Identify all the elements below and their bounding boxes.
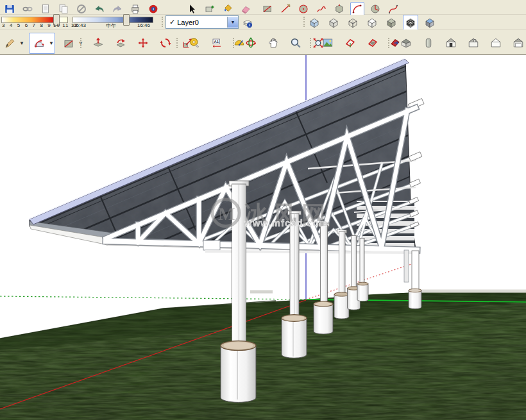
- select-icon: [186, 3, 198, 15]
- freehand-icon: [316, 3, 327, 15]
- followme-button[interactable]: [111, 33, 130, 53]
- horizon-object: [250, 290, 273, 294]
- toolbar-grip[interactable]: [388, 38, 391, 48]
- column: [339, 231, 346, 295]
- wireframe-icon: [347, 17, 359, 29]
- toolbar-grip[interactable]: [303, 17, 306, 27]
- bezier-icon: [387, 3, 399, 15]
- line-button[interactable]: [278, 2, 293, 16]
- rectangle-tool-button[interactable]: [59, 33, 78, 53]
- top-view-button[interactable]: [419, 33, 437, 53]
- footing: [314, 301, 333, 334]
- undo-button[interactable]: [92, 2, 106, 16]
- zoom-icon: [290, 37, 301, 49]
- footing: [334, 292, 349, 319]
- copy-document-icon: [58, 3, 69, 15]
- toolbar-row2: 3 4 5 6 7 8 9 10 11 12 06:43 中午 16:46 ✓ …: [0, 15, 526, 29]
- rotate-button[interactable]: [156, 33, 174, 53]
- footing: [409, 289, 421, 308]
- pie-button[interactable]: [368, 2, 382, 16]
- toolbar-grip[interactable]: [233, 38, 235, 48]
- line-tool-button[interactable]: [0, 33, 19, 53]
- xray-icon: [309, 17, 320, 29]
- layer-dropdown-button[interactable]: ▼: [227, 17, 238, 28]
- back-view-button[interactable]: [464, 33, 482, 53]
- new-document-button[interactable]: [38, 2, 53, 16]
- select-button[interactable]: [185, 2, 199, 16]
- pushpull-icon: [92, 37, 104, 49]
- toolbar-standard: i: [0, 0, 526, 15]
- model-viewport[interactable]: M 冰风网 www.mfcad.com: [0, 55, 526, 420]
- iso-view-button[interactable]: [396, 33, 415, 53]
- watermark-url: www.mfcad.com: [244, 217, 328, 228]
- horizon-object: [420, 290, 526, 293]
- right-view-icon: [513, 37, 524, 49]
- new-document-icon: [40, 3, 51, 15]
- arc-tool-button[interactable]: [30, 33, 48, 53]
- line-tool-dropdown-arrow[interactable]: ▼: [19, 40, 25, 46]
- make-component-button[interactable]: [203, 2, 217, 16]
- current-layer-label: Layer0: [177, 19, 227, 26]
- arc-tool-dropdown-arrow[interactable]: ▼: [48, 40, 55, 46]
- shadow-time-start: 06:43: [73, 22, 86, 28]
- pan-button[interactable]: [264, 33, 282, 53]
- orbit-button[interactable]: [241, 33, 260, 53]
- bezier-button[interactable]: [386, 2, 400, 16]
- redo-icon: [112, 3, 123, 15]
- eraser-icon: [240, 3, 251, 15]
- match-photo-button[interactable]: [318, 33, 337, 53]
- print-button[interactable]: [128, 2, 142, 16]
- column: [352, 236, 357, 289]
- section-plane-icon: [344, 37, 356, 49]
- shadow-time-end: 16:46: [137, 22, 150, 28]
- toolbar-grip[interactable]: [310, 38, 312, 48]
- zoom-button[interactable]: [286, 33, 305, 53]
- move-button[interactable]: [133, 33, 152, 53]
- pan-icon: [267, 37, 279, 49]
- truss-bracket: [203, 240, 220, 250]
- paint-bucket-button[interactable]: [221, 2, 235, 16]
- layer-dropdown[interactable]: ✓ Layer0 ▼: [165, 15, 239, 29]
- column: [360, 239, 364, 285]
- footing: [221, 341, 256, 403]
- no-entry-button[interactable]: [74, 2, 89, 16]
- toolbar-grip[interactable]: [162, 17, 164, 27]
- toolbar-grip[interactable]: [176, 38, 179, 48]
- arc-tool-icon: [33, 38, 45, 49]
- right-view-button[interactable]: [509, 33, 526, 53]
- eraser-button[interactable]: [239, 2, 253, 16]
- rectangle-button[interactable]: [260, 2, 275, 16]
- match-photo-icon: [322, 37, 334, 49]
- polygon-button[interactable]: [332, 2, 346, 16]
- freehand-button[interactable]: [314, 2, 328, 16]
- toolbar-grip[interactable]: [80, 38, 83, 48]
- layer-visible-checkmark: ✓: [169, 18, 175, 26]
- left-view-button[interactable]: [486, 33, 505, 53]
- shadow-months-label: 3 4 5 6 7 8 9 10 11 12: [2, 22, 78, 28]
- circle-button[interactable]: [296, 2, 310, 16]
- link-icon: [22, 3, 33, 15]
- link-button[interactable]: [21, 2, 35, 16]
- paint-bucket-icon: [222, 3, 233, 15]
- front-view-button[interactable]: [441, 33, 460, 53]
- shadow-time-slider-handle[interactable]: [123, 14, 130, 26]
- redo-button[interactable]: [110, 2, 124, 16]
- toolbar-group-5: [386, 33, 526, 53]
- iso-view-icon: [400, 37, 412, 49]
- model-info-button[interactable]: i: [146, 2, 160, 16]
- rectangle-icon: [262, 3, 273, 15]
- tape-measure-icon: [189, 37, 200, 49]
- pushpull-button[interactable]: [89, 33, 107, 53]
- line-tool-icon: [4, 38, 15, 49]
- back-edges-icon: [328, 17, 339, 29]
- tape-measure-button[interactable]: [185, 33, 203, 53]
- no-entry-icon: [76, 3, 87, 15]
- dimension-button[interactable]: A1: [207, 33, 226, 53]
- arc-button[interactable]: [350, 2, 364, 16]
- section-plane-button[interactable]: [341, 33, 359, 53]
- footing: [357, 282, 368, 301]
- line-tool-dropdown-group: ▼: [0, 33, 25, 53]
- shaded-textures-icon: [405, 17, 416, 29]
- section-display-button[interactable]: [363, 33, 382, 53]
- save-button[interactable]: [3, 2, 17, 16]
